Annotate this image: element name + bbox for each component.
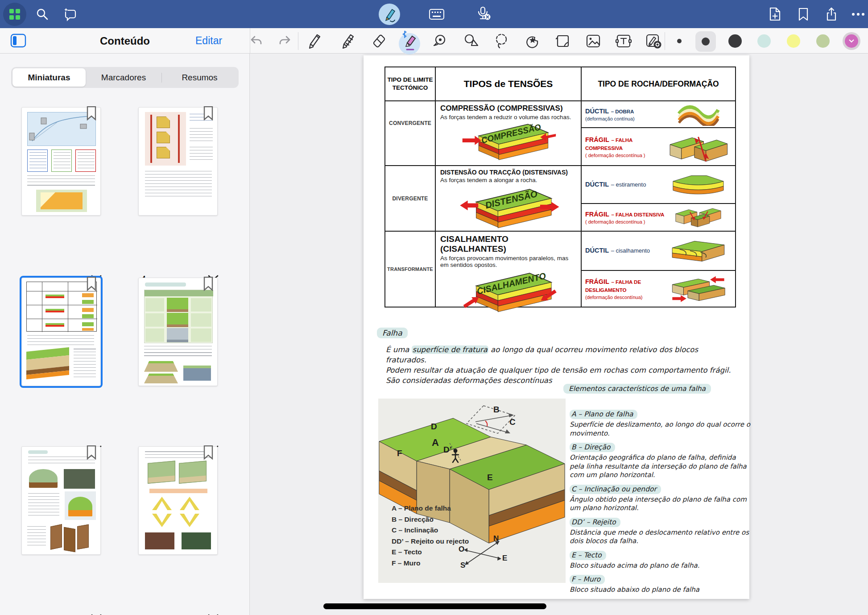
note-desc: Bloco situado abaixo do plano de falha [570, 586, 750, 594]
top-navigation-bar [0, 0, 868, 28]
color-swatch-yellow[interactable] [787, 34, 800, 48]
bookmark-ribbon-icon [203, 445, 214, 460]
falha-line3: São consideradas deformações descontínua… [386, 376, 552, 385]
note-term: E – Tecto [570, 551, 606, 560]
note-desc: Superfície de deslizamento, ao longo do … [570, 420, 750, 438]
tension-title: CISALHAMENTO (CISALHANTES) [440, 234, 576, 254]
handwriting-search-tool[interactable] [644, 31, 664, 51]
keyboard-button[interactable] [425, 0, 448, 28]
search-button[interactable] [31, 0, 54, 28]
figure-label-a: A [432, 437, 439, 449]
ai-lasso-icon [63, 7, 78, 21]
rock-fragil-distensiva: FRÁGIL – FALHA DISTENSIVA ( deformação d… [582, 204, 735, 232]
pen-tool[interactable] [304, 31, 325, 51]
bookmark-button[interactable] [792, 0, 815, 28]
thumbnail-page-7[interactable] [21, 446, 101, 555]
redo-button[interactable] [274, 31, 295, 51]
pink-swatch [845, 34, 858, 48]
chevron-down-icon [849, 39, 854, 43]
tab-marcadores[interactable]: Marcadores [86, 67, 161, 88]
rock-fragil-desligamento: FRÁGIL – FALHA DE DESLIGAMENTO (deformaç… [582, 271, 735, 307]
share-icon [825, 7, 838, 22]
table-header-limite: TIPO DE LIMITE TECTÓNICO [385, 67, 436, 101]
contents-sidebar: Miniaturas Marcadores Resumos [0, 54, 250, 615]
stroke-size-small[interactable] [669, 31, 690, 51]
table-header-tensoes: TIPOS de TENSÕES [436, 67, 582, 101]
app-grid-icon [3, 3, 26, 26]
color-swatch-pink-selected[interactable] [843, 32, 860, 50]
color-swatch-green[interactable] [816, 34, 830, 48]
cisalhamento-block-illustration: CISALHAMENTO [445, 268, 572, 315]
handwriting-search-icon [645, 33, 663, 50]
tab-miniaturas[interactable]: Miniaturas [12, 68, 86, 87]
distensao-block-illustration: DISTENSÃO [445, 184, 572, 231]
stroke-dot-large [728, 34, 742, 48]
note-term: F – Muro [570, 575, 605, 584]
lasso-tool[interactable] [491, 31, 512, 51]
elements-heading: Elementos característicos de uma falha [563, 384, 711, 394]
tectonics-table: TIPO DE LIMITE TECTÓNICO TIPOS de TENSÕE… [384, 66, 736, 308]
stroke-size-large[interactable] [725, 31, 745, 51]
highlighter-icon [400, 31, 419, 51]
table-header-rocha: TIPO DE ROCHA/DEFORMAÇÃO [582, 67, 735, 101]
bookmark-icon [798, 7, 809, 21]
thumbnail-page-5-selected[interactable] [21, 278, 101, 386]
note-term: B – Direção [570, 443, 615, 452]
sticky-notes-tool[interactable] [553, 31, 573, 51]
eraser-tool[interactable] [369, 31, 389, 51]
highlighter-tool[interactable] [399, 31, 420, 51]
stroke-size-medium[interactable] [695, 28, 716, 54]
legend-line: B – Direcção [392, 514, 469, 525]
compass-o: O [459, 545, 464, 554]
add-page-button[interactable] [764, 0, 787, 28]
horizontal-scrollbar[interactable] [323, 603, 546, 609]
lasso-icon [493, 33, 510, 50]
note-desc: Ângulo obtido pela interseção do plano d… [570, 495, 750, 513]
pen-mode-button[interactable] [378, 0, 401, 28]
zoom-tool[interactable] [430, 31, 451, 51]
note-item-c: C – Inclinação ou pendor Ângulo obtido p… [570, 485, 750, 513]
ductile-shear-illustration [665, 235, 732, 266]
page-number: 8 [141, 613, 146, 615]
note-item-a: A – Plano de falha Superfície de desliza… [570, 410, 750, 438]
keyboard-icon [429, 8, 445, 21]
legend-line: DD’ – Rejeito ou rejecto [392, 536, 469, 547]
more-button[interactable] [847, 0, 868, 28]
pencil-tool[interactable] [338, 31, 358, 51]
note-item-e: E – Tecto Bloco situado acima do plano d… [570, 551, 750, 570]
note-item-dd: DD’ – Rejeito Distância que mede o deslo… [570, 518, 750, 546]
thumbnail-page-8[interactable] [138, 446, 218, 555]
shapes-tool[interactable] [462, 31, 482, 51]
note-item-f: F – Muro Bloco situado abaixo do plano d… [570, 575, 750, 594]
legend-line: A – Plano de falha [392, 503, 469, 514]
thumbnail-page-4[interactable] [138, 107, 218, 216]
legend-line: C – Inclinação [392, 525, 469, 536]
note-desc: Distância que mede o deslocamento relati… [570, 528, 750, 546]
color-swatch-teal[interactable] [757, 34, 771, 48]
strike-slip-fault-illustration [665, 274, 732, 303]
stickers-tool[interactable] [522, 31, 543, 51]
falha-line1-highlight: superfície de fratura [412, 345, 488, 354]
figure-label-d2: D’ [443, 445, 452, 455]
thumbnail-page-3[interactable] [21, 107, 101, 216]
edit-button[interactable]: Editar [195, 28, 222, 54]
tension-desc: As forças tendem a reduzir o volume das … [440, 114, 576, 121]
mic-off-button[interactable] [472, 0, 496, 28]
ai-lasso-button[interactable] [59, 0, 82, 28]
boundary-convergente: CONVERGENTE [385, 101, 436, 166]
toolbar-divider [298, 32, 298, 50]
tab-resumos[interactable]: Resumos [162, 67, 237, 88]
rock-ductil-dobra: DÚCTIL – DOBRA (deformação contínua) [582, 101, 735, 128]
figure-legend: A – Plano de falha B – Direcção C – Incl… [392, 503, 469, 569]
undo-button[interactable] [246, 31, 267, 51]
rock-ductil-estiramento: DÚCTIL – estiramento [582, 166, 735, 204]
note-term: C – Inclinação ou pendor [570, 485, 661, 494]
image-tool[interactable] [583, 31, 603, 51]
document-page: TIPO DE LIMITE TECTÓNICO TIPOS de TENSÕE… [364, 55, 749, 599]
add-page-icon [768, 7, 782, 22]
text-tool[interactable] [613, 31, 634, 51]
bookmark-ribbon-icon [86, 106, 97, 121]
share-button[interactable] [820, 0, 843, 28]
app-grid-button[interactable] [3, 0, 26, 28]
thumbnail-page-6[interactable] [138, 278, 218, 386]
